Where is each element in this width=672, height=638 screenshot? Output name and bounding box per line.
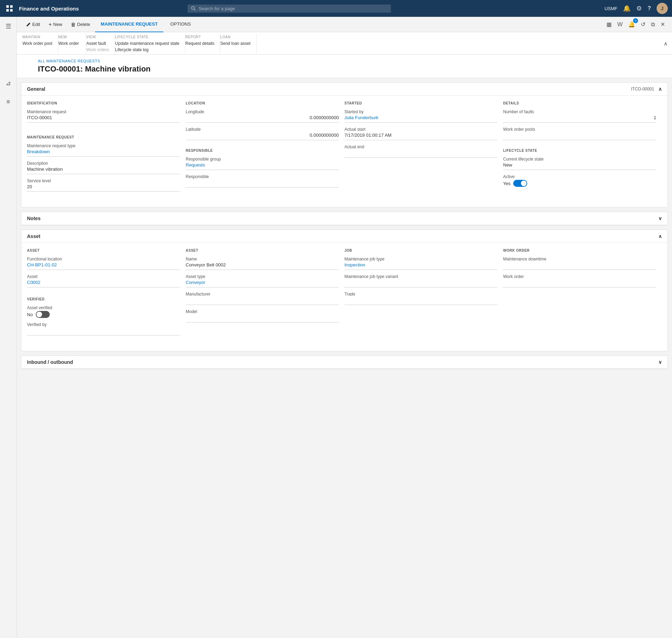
- sidebar: ☰ ⊿ ≡: [0, 17, 17, 373]
- maintenance-downtime-label: Maintenance downtime: [503, 257, 656, 262]
- job-group: JOB Maintenance job type Inspection Main…: [345, 249, 503, 345]
- ribbon-collapse-btn[interactable]: ∧: [664, 40, 668, 47]
- service-level-label: Service level: [27, 178, 180, 183]
- current-lifecycle-field: Current lifecycle state New: [503, 157, 656, 170]
- num-faults-label: Number of faults: [503, 109, 656, 114]
- identification-group: IDENTIFICATION Maintenance request ITCO-…: [27, 101, 186, 202]
- ribbon-asset-fault[interactable]: Asset fault: [86, 40, 109, 47]
- popout-btn[interactable]: ⧉: [650, 20, 656, 29]
- ribbon-work-order-pool[interactable]: Work order pool: [22, 40, 52, 47]
- work-order-label: Work order: [503, 274, 656, 279]
- maintenance-job-type-field: Maintenance job type Inspection: [345, 257, 498, 270]
- verified-by-label: Verified by: [27, 322, 180, 327]
- ribbon-work-order[interactable]: Work order: [58, 40, 80, 47]
- description-value: Machine vibration: [27, 167, 180, 174]
- search-input[interactable]: [199, 6, 388, 11]
- general-section-header[interactable]: General ITCO-00001 ∧: [21, 83, 667, 96]
- responsible-value: [186, 180, 339, 188]
- functional-location-value[interactable]: CH-BP1-01-02: [27, 262, 180, 270]
- asset-collapse-icon: ∧: [658, 233, 662, 239]
- notes-section-header[interactable]: Notes ∨: [21, 212, 667, 225]
- job-type-variant-label: Maintenance job type variant: [345, 274, 498, 279]
- ribbon-report-label: REPORT: [185, 35, 215, 39]
- verified-by-value: [27, 328, 180, 335]
- notification-badge-btn[interactable]: 🔔 0: [627, 20, 637, 29]
- edit-button[interactable]: Edit: [22, 20, 43, 29]
- tab-options[interactable]: OPTIONS: [165, 17, 197, 32]
- trade-label: Trade: [345, 292, 498, 297]
- manufacturer-value: [186, 297, 339, 305]
- inbound-section-header[interactable]: Inbound / outbound ∨: [21, 356, 667, 369]
- model-label: Model: [186, 309, 339, 314]
- ribbon-work-orders[interactable]: Work orders: [86, 47, 109, 53]
- job-group-label: JOB: [345, 249, 498, 252]
- notifications-icon[interactable]: 🔔: [623, 5, 631, 12]
- responsible-field: Responsible: [186, 174, 339, 188]
- views-icon-btn[interactable]: ▦: [605, 20, 613, 29]
- maintenance-job-type-value[interactable]: Inspection: [345, 262, 498, 270]
- top-nav-right: USMF 🔔 ⚙ ? J: [604, 3, 668, 14]
- ribbon-send-loan[interactable]: Send loan asset: [220, 40, 250, 47]
- sidebar-menu-icon[interactable]: ☰: [3, 20, 14, 33]
- tab-maintenance-request[interactable]: MAINTENANCE REQUEST: [95, 17, 163, 32]
- trade-field: Trade: [345, 292, 498, 305]
- asset-section-header[interactable]: Asset ∧: [21, 230, 667, 243]
- breadcrumb[interactable]: ALL MAINTENANCE REQUESTS: [38, 59, 651, 63]
- ribbon: MAINTAIN Work order pool NEW Work order …: [17, 32, 672, 55]
- avatar[interactable]: J: [657, 3, 668, 14]
- sidebar-filter-icon[interactable]: ⊿: [3, 76, 14, 90]
- maintenance-request-tab-label: MAINTENANCE REQUEST: [101, 21, 158, 27]
- asset-verified-toggle[interactable]: [36, 311, 50, 318]
- ribbon-new-label: NEW: [58, 35, 80, 39]
- ribbon-lifecycle-log[interactable]: Lifecycle state log: [115, 47, 179, 53]
- job-type-variant-value: [345, 280, 498, 287]
- close-btn[interactable]: ✕: [659, 20, 666, 29]
- delete-button[interactable]: 🗑 Delete: [67, 20, 94, 29]
- general-section-id: ITCO-00001: [631, 87, 654, 91]
- general-fields-row: IDENTIFICATION Maintenance request ITCO-…: [27, 101, 662, 202]
- svg-rect-3: [10, 9, 13, 12]
- search-bar[interactable]: [188, 5, 391, 13]
- settings-icon[interactable]: ⚙: [636, 5, 642, 12]
- help-icon[interactable]: ?: [647, 5, 651, 12]
- latitude-value: 0.0000000000: [186, 133, 339, 140]
- active-toggle-text: Yes: [503, 181, 510, 186]
- delete-label: Delete: [77, 22, 90, 27]
- sidebar-list-icon[interactable]: ≡: [4, 95, 13, 108]
- org-label: USMF: [604, 6, 617, 11]
- new-label: New: [53, 22, 62, 27]
- actual-end-label: Actual end: [345, 144, 498, 149]
- toolbar: Edit + New 🗑 Delete MAINTENANCE REQUEST …: [17, 17, 672, 32]
- maintenance-request-field-label: Maintenance request: [27, 109, 180, 114]
- num-faults-value: 1: [503, 115, 656, 123]
- asset-verified-label: Asset verified: [27, 305, 180, 310]
- asset-name-label: Name: [186, 257, 339, 262]
- work-order-group-label: WORK ORDER: [503, 249, 656, 252]
- started-by-value[interactable]: Julia Funderburk: [345, 115, 498, 123]
- request-type-value[interactable]: Breakdown: [27, 149, 180, 157]
- ribbon-maintain-label: MAINTAIN: [22, 35, 52, 39]
- ribbon-update-state[interactable]: Update maintenance request state: [115, 40, 179, 47]
- service-level-value: 20: [27, 184, 180, 192]
- app-title: Finance and Operations: [19, 6, 79, 12]
- asset-left-group: ASSET Functional location CH-BP1-01-02 A…: [27, 249, 186, 345]
- refresh-btn[interactable]: ↺: [639, 20, 647, 29]
- ribbon-request-details[interactable]: Request details: [185, 40, 215, 47]
- active-field: Active Yes: [503, 174, 656, 187]
- lifecycle-state-label: LIFECYCLE STATE: [503, 149, 656, 152]
- details-label: DETAILS: [503, 101, 656, 105]
- asset-id-value[interactable]: C0002: [27, 280, 180, 287]
- new-button[interactable]: + New: [45, 20, 66, 29]
- asset-fields-row: ASSET Functional location CH-BP1-01-02 A…: [27, 249, 662, 345]
- inbound-section-label: Inbound / outbound: [27, 359, 73, 365]
- office-icon-btn[interactable]: W: [616, 20, 624, 29]
- responsible-group-value[interactable]: Requests: [186, 162, 339, 170]
- asset-left-label: ASSET: [27, 249, 180, 252]
- asset-type-value[interactable]: Conveyor: [186, 280, 339, 287]
- maintenance-request-value: ITCO-00001: [27, 115, 180, 123]
- app-grid-icon[interactable]: [4, 3, 15, 14]
- svg-line-5: [194, 9, 196, 11]
- functional-location-label: Functional location: [27, 257, 180, 262]
- active-toggle[interactable]: [513, 180, 527, 187]
- location-group: LOCATION Longitude 0.0000000000 Latitude…: [186, 101, 345, 202]
